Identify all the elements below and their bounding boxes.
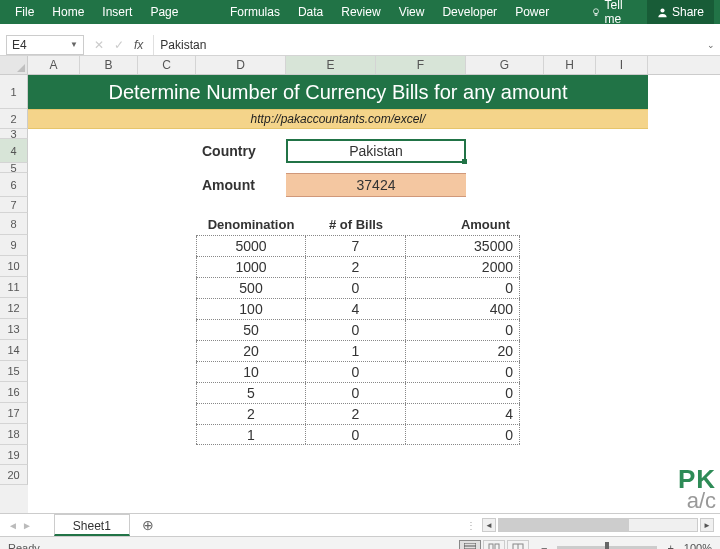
table-row[interactable]: 100 bbox=[196, 424, 520, 445]
tab-home[interactable]: Home bbox=[43, 0, 93, 24]
table-row[interactable]: 20120 bbox=[196, 340, 520, 361]
amount-cell[interactable]: 37424 bbox=[286, 173, 466, 197]
view-page-layout-icon[interactable] bbox=[483, 540, 505, 550]
enter-icon[interactable]: ✓ bbox=[114, 38, 124, 52]
cell-bills[interactable]: 2 bbox=[306, 404, 406, 424]
row-10[interactable]: 10 bbox=[0, 256, 28, 277]
row-19[interactable]: 19 bbox=[0, 445, 28, 465]
col-B[interactable]: B bbox=[80, 56, 138, 74]
zoom-level[interactable]: 100% bbox=[684, 542, 712, 550]
row-2[interactable]: 2 bbox=[0, 109, 28, 129]
tab-view[interactable]: View bbox=[390, 0, 434, 24]
nav-prev-icon[interactable]: ◄ bbox=[8, 520, 18, 531]
sheet-tab-1[interactable]: Sheet1 bbox=[54, 514, 130, 536]
select-all-triangle[interactable] bbox=[0, 56, 28, 74]
cell-bills[interactable]: 7 bbox=[306, 236, 406, 256]
col-H[interactable]: H bbox=[544, 56, 596, 74]
formula-input[interactable]: Pakistan bbox=[153, 35, 702, 55]
zoom-slider[interactable] bbox=[557, 546, 657, 550]
cell-bills[interactable]: 0 bbox=[306, 425, 406, 444]
row-8[interactable]: 8 bbox=[0, 213, 28, 235]
scroll-left-icon[interactable]: ◄ bbox=[482, 518, 496, 532]
cell-denom[interactable]: 500 bbox=[196, 278, 306, 298]
cancel-icon[interactable]: ✕ bbox=[94, 38, 104, 52]
cell-amount[interactable]: 35000 bbox=[406, 236, 520, 256]
row-7[interactable]: 7 bbox=[0, 197, 28, 213]
cell-bills[interactable]: 1 bbox=[306, 341, 406, 361]
cell-bills[interactable]: 2 bbox=[306, 257, 406, 277]
table-row[interactable]: 224 bbox=[196, 403, 520, 424]
tab-formulas[interactable]: Formulas bbox=[221, 0, 289, 24]
tab-power-pivot[interactable]: Power Pivot bbox=[506, 0, 582, 24]
tab-review[interactable]: Review bbox=[332, 0, 389, 24]
cell-denom[interactable]: 100 bbox=[196, 299, 306, 319]
col-I[interactable]: I bbox=[596, 56, 648, 74]
add-sheet-button[interactable]: ⊕ bbox=[138, 515, 158, 535]
tab-insert[interactable]: Insert bbox=[93, 0, 141, 24]
cell-denom[interactable]: 20 bbox=[196, 341, 306, 361]
row-5[interactable]: 5 bbox=[0, 163, 28, 173]
cell-amount[interactable]: 0 bbox=[406, 278, 520, 298]
row-11[interactable]: 11 bbox=[0, 277, 28, 298]
col-F[interactable]: F bbox=[376, 56, 466, 74]
row-9[interactable]: 9 bbox=[0, 235, 28, 256]
cell-bills[interactable]: 4 bbox=[306, 299, 406, 319]
view-normal-icon[interactable] bbox=[459, 540, 481, 550]
name-box[interactable]: E4 ▼ bbox=[6, 35, 84, 55]
view-page-break-icon[interactable] bbox=[507, 540, 529, 550]
cell-bills[interactable]: 0 bbox=[306, 320, 406, 340]
fx-icon[interactable]: fx bbox=[134, 38, 143, 52]
row-20[interactable]: 20 bbox=[0, 465, 28, 485]
cell-denom[interactable]: 50 bbox=[196, 320, 306, 340]
tell-me[interactable]: Tell me bbox=[583, 0, 647, 26]
tab-file[interactable]: File bbox=[6, 0, 43, 24]
row-16[interactable]: 16 bbox=[0, 382, 28, 403]
cell-amount[interactable]: 2000 bbox=[406, 257, 520, 277]
cell-bills[interactable]: 0 bbox=[306, 383, 406, 403]
zoom-out-button[interactable]: − bbox=[541, 542, 547, 550]
row-18[interactable]: 18 bbox=[0, 424, 28, 445]
table-row[interactable]: 5000735000 bbox=[196, 235, 520, 256]
country-cell[interactable]: Pakistan bbox=[286, 139, 466, 163]
cell-amount[interactable]: 400 bbox=[406, 299, 520, 319]
title-cell[interactable]: Determine Number of Currency Bills for a… bbox=[28, 75, 648, 109]
link-cell[interactable]: http://pakaccountants.com/excel/ bbox=[28, 109, 648, 129]
table-row[interactable]: 100022000 bbox=[196, 256, 520, 277]
cell-denom[interactable]: 1 bbox=[196, 425, 306, 444]
sheet-nav[interactable]: ◄ ► bbox=[0, 520, 40, 531]
cell-amount[interactable]: 0 bbox=[406, 320, 520, 340]
scroll-right-icon[interactable]: ► bbox=[700, 518, 714, 532]
cell-bills[interactable]: 0 bbox=[306, 362, 406, 382]
row-15[interactable]: 15 bbox=[0, 361, 28, 382]
tab-developer[interactable]: Developer bbox=[433, 0, 506, 24]
share-button[interactable]: Share bbox=[647, 0, 714, 24]
tab-page-layout[interactable]: Page Layout bbox=[141, 0, 221, 24]
nav-next-icon[interactable]: ► bbox=[22, 520, 32, 531]
zoom-thumb[interactable] bbox=[605, 542, 609, 550]
scrollbar-thumb[interactable] bbox=[499, 519, 629, 531]
col-C[interactable]: C bbox=[138, 56, 196, 74]
cell-amount[interactable]: 0 bbox=[406, 362, 520, 382]
row-13[interactable]: 13 bbox=[0, 319, 28, 340]
horizontal-scrollbar[interactable] bbox=[498, 518, 698, 532]
cell-amount[interactable]: 4 bbox=[406, 404, 520, 424]
table-row[interactable]: 1004400 bbox=[196, 298, 520, 319]
row-1[interactable]: 1 bbox=[0, 75, 28, 109]
cell-denom[interactable]: 5000 bbox=[196, 236, 306, 256]
cells-area[interactable]: Determine Number of Currency Bills for a… bbox=[28, 75, 720, 513]
cell-denom[interactable]: 2 bbox=[196, 404, 306, 424]
cell-amount[interactable]: 0 bbox=[406, 425, 520, 444]
col-A[interactable]: A bbox=[28, 56, 80, 74]
table-row[interactable]: 5000 bbox=[196, 319, 520, 340]
cell-bills[interactable]: 0 bbox=[306, 278, 406, 298]
formula-expand-icon[interactable]: ⌄ bbox=[702, 40, 720, 50]
tab-data[interactable]: Data bbox=[289, 0, 332, 24]
table-row[interactable]: 50000 bbox=[196, 277, 520, 298]
table-row[interactable]: 500 bbox=[196, 382, 520, 403]
row-4[interactable]: 4 bbox=[0, 139, 28, 163]
row-3[interactable]: 3 bbox=[0, 129, 28, 139]
row-6[interactable]: 6 bbox=[0, 173, 28, 197]
row-14[interactable]: 14 bbox=[0, 340, 28, 361]
row-17[interactable]: 17 bbox=[0, 403, 28, 424]
col-D[interactable]: D bbox=[196, 56, 286, 74]
